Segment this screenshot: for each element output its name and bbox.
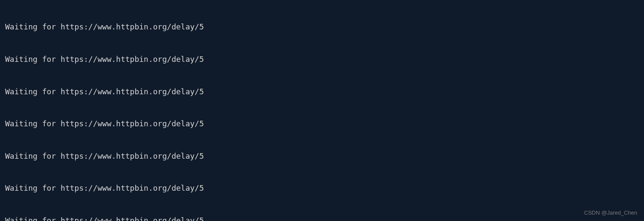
output-line: Waiting for https://www.httpbin.org/dela…: [5, 86, 639, 97]
output-line: Waiting for https://www.httpbin.org/dela…: [5, 21, 639, 32]
watermark-text: CSDN @Jared_Chen: [584, 209, 637, 217]
output-line: Waiting for https://www.httpbin.org/dela…: [5, 118, 639, 129]
output-line: Waiting for https://www.httpbin.org/dela…: [5, 183, 639, 193]
output-line: Waiting for https://www.httpbin.org/dela…: [5, 54, 639, 64]
terminal-output[interactable]: Waiting for https://www.httpbin.org/dela…: [5, 0, 639, 221]
output-line: Waiting for https://www.httpbin.org/dela…: [5, 151, 639, 161]
output-line: Waiting for https://www.httpbin.org/dela…: [5, 215, 639, 221]
